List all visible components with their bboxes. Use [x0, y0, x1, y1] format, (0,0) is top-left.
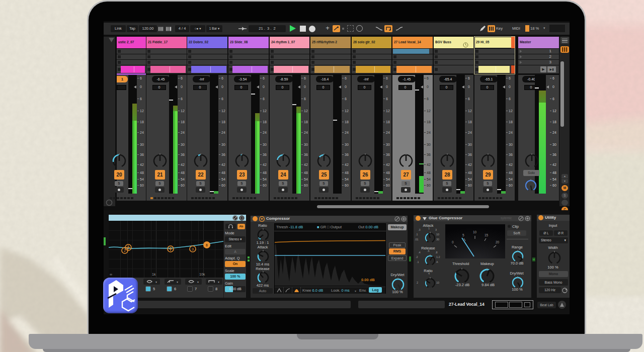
- svg-text:10: 10: [473, 230, 477, 234]
- svg-text:0: 0: [452, 240, 454, 244]
- svg-text:2: 2: [124, 249, 126, 252]
- svg-text:5: 5: [462, 233, 464, 237]
- svg-text:15: 15: [485, 233, 489, 237]
- svg-text:6: 6: [206, 243, 208, 247]
- svg-text:3: 3: [192, 247, 194, 251]
- svg-text:20: 20: [496, 240, 500, 244]
